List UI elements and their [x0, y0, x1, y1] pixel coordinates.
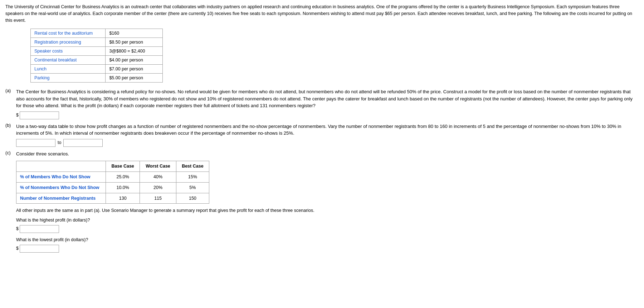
part-a-input-row: $: [16, 111, 639, 119]
cost-row-label: Rental cost for the auditorium: [31, 29, 106, 38]
cost-row-label: Lunch: [31, 65, 106, 74]
highest-profit-input[interactable]: [20, 225, 59, 233]
scenario-table: Base Case Worst Case Best Case % of Memb…: [16, 161, 209, 204]
part-c-label: (c): [5, 150, 16, 155]
cost-row-value: $4.00 per person: [106, 56, 163, 65]
part-a-text: The Center for Business Analytics is con…: [16, 89, 633, 108]
scenario-worst-value: 40%: [140, 172, 176, 183]
scenario-table-row: % of Nonmembers Who Do Not Show10.0%20%5…: [16, 182, 209, 193]
lowest-profit-input[interactable]: [20, 245, 59, 253]
after-scenario-text: All other inputs are the same as in part…: [16, 207, 639, 214]
part-c-content: Consider three scenarios. Base Case Wors…: [16, 150, 639, 256]
cost-table-row: Lunch$7.00 per person: [31, 65, 163, 74]
part-b-label: (b): [5, 123, 16, 128]
cost-table-row: Speaker costs3@$800 = $2,400: [31, 47, 163, 56]
scenario-row-label: % of Members Who Do Not Show: [16, 172, 106, 183]
cost-row-value: $8.50 per person: [106, 38, 163, 47]
scenario-row-label: % of Nonmembers Who Do Not Show: [16, 182, 106, 193]
cost-row-value: $7.00 per person: [106, 65, 163, 74]
part-b-content: Use a two-way data table to show how pro…: [16, 123, 639, 147]
cost-row-label: Parking: [31, 74, 106, 83]
scenario-table-header-row: Base Case Worst Case Best Case: [16, 161, 209, 172]
part-b-to-label: to: [58, 139, 61, 146]
highest-profit-input-row: $: [16, 225, 639, 233]
scenario-base-value: 25.0%: [106, 172, 140, 183]
intro-paragraph: The University of Cincinnati Center for …: [5, 4, 639, 24]
scenario-col-worst: Worst Case: [140, 161, 176, 172]
part-c-text: Consider three scenarios.: [16, 151, 69, 157]
lowest-dollar-sign: $: [16, 245, 19, 252]
part-a-dollar-sign: $: [16, 112, 19, 119]
cost-table-wrapper: Rental cost for the auditorium$160Regist…: [30, 29, 639, 83]
cost-row-label: Continental breakfast: [31, 56, 106, 65]
part-a-content: The Center for Business Analytics is con…: [16, 88, 639, 119]
cost-row-value: $160: [106, 29, 163, 38]
lowest-profit-input-row: $: [16, 245, 639, 253]
intro-text: The University of Cincinnati Center for …: [5, 4, 632, 23]
cost-row-label: Registration processing: [31, 38, 106, 47]
cost-table-row: Parking$5.00 per person: [31, 74, 163, 83]
highest-dollar-sign: $: [16, 225, 19, 232]
cost-table-row: Continental breakfast$4.00 per person: [31, 56, 163, 65]
lowest-profit-question: What is the lowest profit (in dollars)?: [16, 237, 639, 243]
part-b-input-to[interactable]: [63, 139, 103, 147]
part-a-section: (a) The Center for Business Analytics is…: [5, 88, 639, 119]
cost-row-value: $5.00 per person: [106, 74, 163, 83]
scenario-base-value: 130: [106, 193, 140, 204]
highest-profit-question: What is the highest profit (in dollars)?: [16, 217, 639, 224]
scenario-worst-value: 115: [140, 193, 176, 204]
scenario-best-value: 15%: [176, 172, 209, 183]
cost-row-label: Speaker costs: [31, 47, 106, 56]
part-c-section: (c) Consider three scenarios. Base Case …: [5, 150, 639, 256]
scenario-row-label: Number of Nonmember Registrants: [16, 193, 106, 204]
cost-table-row: Rental cost for the auditorium$160: [31, 29, 163, 38]
scenario-worst-value: 20%: [140, 182, 176, 193]
scenario-col-best: Best Case: [176, 161, 209, 172]
part-a-answer-input[interactable]: [20, 111, 59, 119]
scenario-best-value: 150: [176, 193, 209, 204]
cost-row-value: 3@$800 = $2,400: [106, 47, 163, 56]
scenario-base-value: 10.0%: [106, 182, 140, 193]
part-b-input-from[interactable]: [16, 139, 55, 147]
part-a-label: (a): [5, 88, 16, 93]
part-b-text: Use a two-way data table to show how pro…: [16, 124, 621, 136]
scenario-table-row: Number of Nonmember Registrants130115150: [16, 193, 209, 204]
part-b-section: (b) Use a two-way data table to show how…: [5, 123, 639, 147]
scenario-col-base: Base Case: [106, 161, 140, 172]
scenario-col-label: [16, 161, 106, 172]
cost-table: Rental cost for the auditorium$160Regist…: [30, 29, 163, 83]
cost-table-row: Registration processing$8.50 per person: [31, 38, 163, 47]
scenario-best-value: 5%: [176, 182, 209, 193]
scenario-table-row: % of Members Who Do Not Show25.0%40%15%: [16, 172, 209, 183]
